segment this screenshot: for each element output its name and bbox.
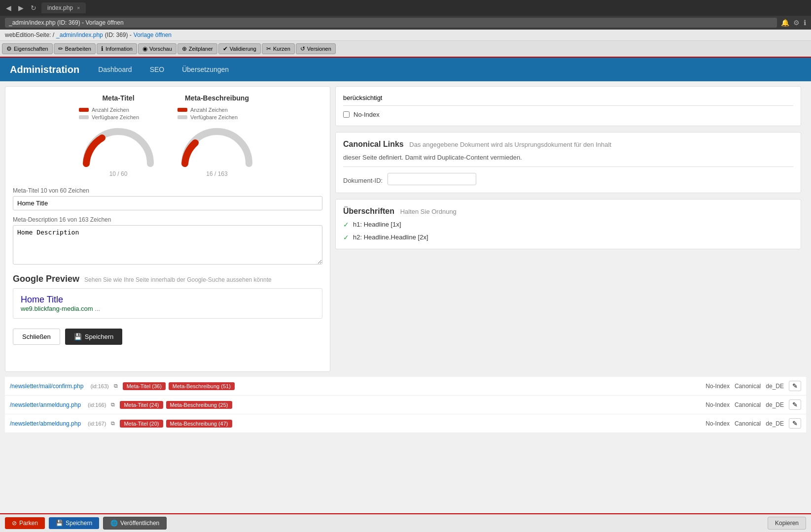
divider-2 [343,166,793,167]
table-lang-1: de_DE [766,383,784,390]
legend-anzahl-1: Anzahl Zeichen [79,107,158,113]
tag-meta-desc-1: Meta-Beschreibung (51) [169,382,235,390]
toolbar-versionen[interactable]: ↺ Versionen [296,43,336,54]
table-edit-btn-3[interactable]: ✎ [789,418,801,429]
validierung-icon: ✔ [223,45,228,52]
nav-dashboard[interactable]: Dashboard [94,64,136,75]
admin-header: Administration Dashboard SEO Übersetzung… [0,58,811,81]
legend-verfuegbar-2: Verfügbare Zeichen [177,114,256,120]
table-canonical-3: Canonical [735,420,761,427]
toolbar-zeitplaner[interactable]: ⊕ Zeitplaner [177,43,217,54]
admin-title: Administration [10,64,79,75]
kurzen-icon: ✂ [266,45,271,52]
gauge1-value: 10 / 60 [79,170,158,177]
nav-seo[interactable]: SEO [146,64,169,75]
meta-desc-textarea[interactable]: Home Description [13,225,322,265]
tag-col-3: Meta-Titel (20) Meta-Beschreibung (47) [120,420,701,428]
toolbar-vorschau[interactable]: ◉ Vorschau [138,43,176,54]
tag-meta-desc-3: Meta-Beschreibung (47) [166,420,232,428]
external-icon-2[interactable]: ⧉ [111,401,115,408]
no-index-label: No-Index [353,111,380,118]
gauges-row: Meta-Titel Anzahl Zeichen Verfügbare Zei… [13,94,322,177]
table-link-3[interactable]: /newsletter/abmeldung.php [10,420,81,427]
browser-bar: ◀ ▶ ↻ index.php × [0,0,811,16]
ueberschriften-title: Überschriften [343,207,394,215]
legend-anzahl-2: Anzahl Zeichen [177,107,256,113]
close-button[interactable]: Schließen [13,329,60,345]
legend-verfuegbar-1: Verfügbare Zeichen [79,114,158,120]
table-status-2: No-Index [705,401,730,408]
tag-col-1: Meta-Titel (36) Meta-Beschreibung (51) [123,382,701,390]
canonical-field-label: Dokument-ID: [343,177,383,184]
toolbar-bearbeiten[interactable]: ✏ Bearbeiten [54,43,96,54]
nav-refresh-button[interactable]: ↻ [29,3,38,13]
breadcrumb: webEdition-Seite: / _admin/index.php (ID… [0,30,811,41]
ueberschriften-header: Überschriften Halten Sie Ordnung [343,207,793,216]
noindex-section: berücksichtigt No-Index [335,86,801,126]
meta-titel-gauge: Meta-Titel Anzahl Zeichen Verfügbare Zei… [79,94,158,177]
nav-forward-button[interactable]: ▶ [16,3,26,13]
meta-titel-input[interactable] [13,196,322,210]
toolbar-information[interactable]: ℹ Information [97,43,137,54]
table-link-1[interactable]: /newsletter/mail/confirm.php [10,383,83,390]
table-canonical-1: Canonical [735,383,761,390]
right-panel: berücksichtigt No-Index Canonical Links … [330,86,806,372]
toolbar-validierung[interactable]: ✔ Validierung [218,43,261,54]
ueberschriften-subtitle: Halten Sie Ordnung [400,208,457,215]
bearbeiten-icon: ✏ [58,45,63,52]
nav-uebersetzungen[interactable]: Übersetzungen [178,64,233,75]
toolbar-eigenschaften[interactable]: ⚙ Eigenschaften [2,43,53,54]
gauge-svg-1 [79,124,158,168]
tag-col-2: Meta-Titel (24) Meta-Beschreibung (25) [120,401,701,409]
table-lang-2: de_DE [766,401,784,408]
canonical-section: Canonical Links Das angegebene Dokument … [335,132,801,193]
table-canonical-2: Canonical [735,401,761,408]
eigenschaften-icon: ⚙ [6,45,12,52]
table-edit-btn-1[interactable]: ✎ [789,381,801,391]
check-green-2: ✓ [343,233,349,241]
tab-close-icon[interactable]: × [77,5,80,11]
breadcrumb-prefix: webEdition-Seite: / [5,32,54,38]
meta-beschreibung-label: Meta-Beschreibung [177,94,256,102]
notification-icon[interactable]: 🔔 [781,19,789,27]
save-button[interactable]: 💾 Speichern [65,329,123,345]
external-icon-3[interactable]: ⧉ [111,420,115,427]
meta-titel-field-label: Meta-Titel 10 von 60 Zeichen [13,187,322,194]
browser-tab[interactable]: index.php × [41,2,86,13]
legend-gray-1 [79,115,89,119]
admin-nav: Dashboard SEO Übersetzungen [94,64,233,75]
table-row: /newsletter/anmeldung.php (id:166) ⧉ Met… [5,396,806,414]
google-preview-header: Google Preview Sehen Sie wie Ihre Seite … [13,274,322,284]
info-icon[interactable]: ℹ [804,19,806,27]
nav-back-button[interactable]: ◀ [4,3,13,13]
breadcrumb-link[interactable]: _admin/index.php [56,32,103,38]
information-icon: ℹ [101,45,104,52]
meta-beschreibung-legend: Anzahl Zeichen Verfügbare Zeichen [177,107,256,120]
gp-url: we9.blickfang-media.com [21,305,93,312]
external-icon-1[interactable]: ⧉ [114,383,118,389]
vorlage-link[interactable]: Vorlage öffnen [134,32,172,38]
google-preview-title: Google Preview [13,274,79,284]
canonical-input[interactable] [388,173,476,185]
table-status-1: No-Index [705,383,730,390]
canonical-field-row: Dokument-ID: [343,171,793,185]
table-row: /newsletter/abmeldung.php (id:167) ⧉ Met… [5,414,806,433]
gp-link[interactable]: Home Title [21,295,315,305]
settings-icon[interactable]: ⚙ [793,19,800,27]
ueberschriften-section: Überschriften Halten Sie Ordnung ✓ h1: H… [335,199,801,249]
no-index-checkbox[interactable] [343,111,350,118]
tag-meta-desc-2: Meta-Beschreibung (25) [166,401,232,409]
we-toolbar: ⚙ Eigenschaften ✏ Bearbeiten ℹ Informati… [0,41,811,58]
gauge-svg-2 [177,124,256,168]
tag-meta-titel-2: Meta-Titel (24) [120,401,163,409]
toolbar-kurzen[interactable]: ✂ Kurzen [262,43,295,54]
table-id-3: (id:167) [88,421,106,427]
table-link-2[interactable]: /newsletter/anmeldung.php [10,401,81,408]
table-edit-btn-2[interactable]: ✎ [789,399,801,410]
breadcrumb-id: (ID: 369) - [105,32,132,38]
divider-1 [343,105,793,106]
url-input[interactable] [5,18,777,28]
table-status-3: No-Index [705,420,730,427]
legend-gray-2 [177,115,187,119]
canonical-title: Canonical Links [343,140,404,148]
